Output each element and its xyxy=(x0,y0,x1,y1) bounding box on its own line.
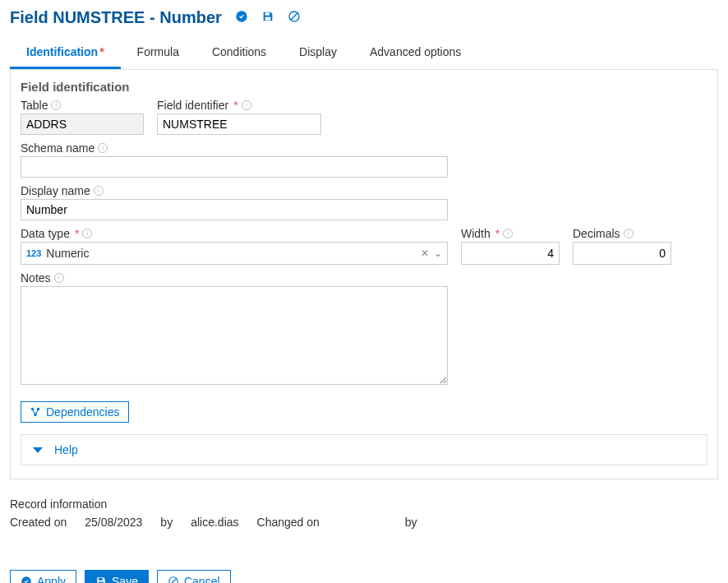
notes-textarea[interactable] xyxy=(21,286,448,385)
schema-input[interactable] xyxy=(21,156,448,178)
notes-label: Notes xyxy=(21,271,51,285)
info-icon[interactable]: i xyxy=(503,229,513,238)
datatype-value: Numeric xyxy=(46,247,89,260)
display-name-label: Display name xyxy=(21,184,90,197)
svg-line-4 xyxy=(291,13,297,20)
info-icon[interactable]: i xyxy=(94,186,104,196)
info-icon[interactable]: i xyxy=(82,229,92,238)
datatype-label: Data type xyxy=(21,227,70,240)
save-icon xyxy=(95,576,107,583)
required-marker: * xyxy=(99,45,104,58)
tabs: Identification* Formula Conditions Displ… xyxy=(10,37,718,70)
save-button[interactable]: Save xyxy=(85,570,149,583)
width-label: Width xyxy=(461,227,491,240)
svg-rect-1 xyxy=(265,12,269,15)
required-marker: * xyxy=(495,227,500,240)
tab-display[interactable]: Display xyxy=(283,37,353,69)
tab-identification[interactable]: Identification* xyxy=(10,37,121,69)
info-icon[interactable]: i xyxy=(54,273,64,283)
svg-rect-9 xyxy=(99,578,103,581)
info-icon[interactable]: i xyxy=(624,229,634,238)
field-id-label: Field identifier xyxy=(157,99,228,112)
cancel-label: Cancel xyxy=(184,575,220,583)
identification-panel: Field identification Table i Field ident… xyxy=(10,70,718,479)
record-info-title: Record information xyxy=(10,497,718,511)
dependencies-label: Dependencies xyxy=(46,405,120,419)
tab-advanced[interactable]: Advanced options xyxy=(353,37,477,69)
svg-point-11 xyxy=(169,577,178,583)
apply-button[interactable]: Apply xyxy=(10,570,76,583)
display-name-input[interactable] xyxy=(21,199,448,220)
decimals-label: Decimals xyxy=(573,227,620,240)
save-label: Save xyxy=(112,575,138,583)
chevron-down-icon[interactable]: ⌄ xyxy=(434,248,442,259)
created-by-label: by xyxy=(160,516,173,529)
created-on-label: Created on xyxy=(10,516,67,529)
page-title: Field NUMSTREE - Number xyxy=(10,8,222,27)
changed-on-label: Changed on xyxy=(257,516,320,529)
width-input[interactable] xyxy=(461,242,560,265)
datatype-select[interactable]: 123 Numeric ✕ ⌄ xyxy=(21,242,448,265)
changed-by-label: by xyxy=(405,516,417,529)
clear-icon[interactable]: ✕ xyxy=(421,248,429,259)
required-marker: * xyxy=(233,99,237,112)
required-marker: * xyxy=(75,227,79,240)
tab-formula[interactable]: Formula xyxy=(121,37,196,69)
info-icon[interactable]: i xyxy=(98,143,108,153)
dependencies-button[interactable]: Dependencies xyxy=(21,401,129,423)
cancel-icon[interactable] xyxy=(288,10,301,25)
section-title: Field identification xyxy=(21,80,707,94)
cancel-circle-icon xyxy=(168,576,179,583)
tab-conditions[interactable]: Conditions xyxy=(196,37,283,69)
table-label: Table xyxy=(21,99,48,112)
svg-line-12 xyxy=(170,579,176,584)
table-input xyxy=(21,113,144,135)
check-circle-icon xyxy=(21,576,32,583)
save-icon[interactable] xyxy=(261,10,274,25)
tab-identification-label: Identification xyxy=(26,45,98,58)
dependencies-icon xyxy=(30,406,41,418)
numeric-type-icon: 123 xyxy=(26,248,41,258)
apply-icon[interactable] xyxy=(235,10,248,25)
apply-label: Apply xyxy=(37,575,66,583)
svg-rect-2 xyxy=(265,17,270,21)
created-on-value: 25/08/2023 xyxy=(85,516,142,529)
info-icon[interactable]: i xyxy=(51,100,61,110)
help-expander[interactable]: Help xyxy=(21,434,707,465)
decimals-input[interactable] xyxy=(573,242,671,265)
chevron-down-icon xyxy=(33,447,43,453)
help-label: Help xyxy=(54,443,78,456)
cancel-button[interactable]: Cancel xyxy=(157,570,231,583)
info-icon[interactable]: i xyxy=(242,100,251,110)
schema-label: Schema name xyxy=(21,141,94,155)
field-id-input[interactable] xyxy=(157,113,321,135)
created-by-value: alice.dias xyxy=(191,516,238,529)
